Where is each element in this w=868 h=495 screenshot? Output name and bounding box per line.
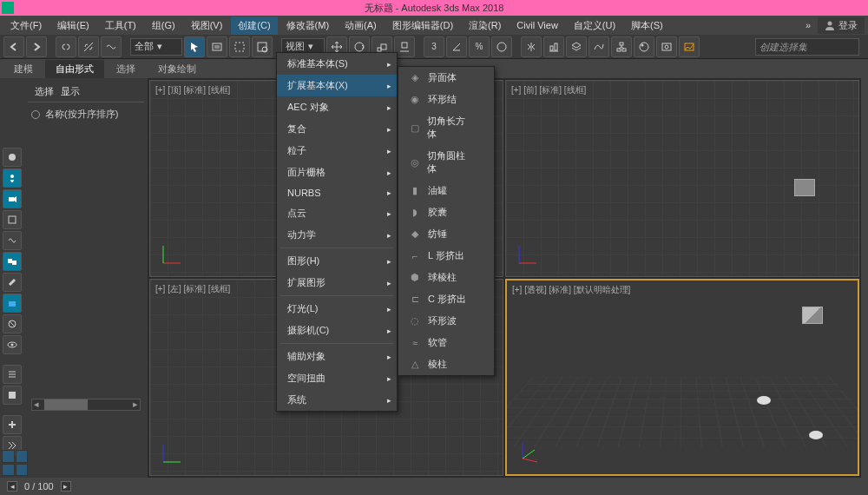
list2-button[interactable] bbox=[3, 386, 22, 405]
menu-edit[interactable]: 编辑(E) bbox=[50, 16, 96, 35]
menu-oiltank[interactable]: ▮油罐 bbox=[398, 180, 494, 201]
viewport-front-label[interactable]: [+] [前] [标准] [线框] bbox=[511, 84, 586, 96]
select-region-button[interactable] bbox=[229, 36, 250, 57]
scene-object[interactable] bbox=[794, 179, 815, 196]
menu-dynamics[interactable]: 动力学▸ bbox=[277, 224, 397, 246]
selection-filter-dropdown[interactable]: 全部▾ bbox=[130, 38, 182, 56]
scroll-left-icon[interactable]: ◂ bbox=[34, 399, 39, 410]
menu-l-ext[interactable]: ⌐L 形挤出 bbox=[398, 245, 494, 267]
light-filter-button[interactable] bbox=[3, 168, 22, 188]
menu-civilview[interactable]: Civil View bbox=[510, 17, 564, 33]
menu-patch-grids[interactable]: 面片栅格▸ bbox=[277, 162, 397, 183]
user-login[interactable]: 登录 bbox=[818, 17, 865, 34]
menu-create[interactable]: 创建(C) bbox=[231, 16, 277, 35]
spacewarp-filter-button[interactable] bbox=[3, 231, 22, 250]
redo-button[interactable] bbox=[26, 36, 47, 57]
angle-snap-button[interactable] bbox=[446, 36, 467, 57]
tab-modeling[interactable]: 建模 bbox=[3, 60, 43, 78]
menu-gengon[interactable]: ⬢球棱柱 bbox=[398, 267, 494, 288]
menu-pointcloud[interactable]: 点云▸ bbox=[277, 202, 397, 224]
container-filter-button[interactable] bbox=[3, 294, 22, 313]
selection-set-dropdown[interactable]: 创建选择集 bbox=[755, 38, 859, 56]
menu-lights[interactable]: 灯光(L)▸ bbox=[277, 298, 397, 320]
menu-group[interactable]: 组(G) bbox=[145, 16, 182, 35]
material-editor-button[interactable] bbox=[634, 36, 654, 57]
command-panel-collapsed[interactable] bbox=[861, 78, 868, 478]
curve-editor-button[interactable] bbox=[589, 36, 609, 57]
unlink-button[interactable] bbox=[78, 36, 99, 57]
menu-grapheditors[interactable]: 图形编辑器(D) bbox=[385, 16, 460, 35]
menu-hedra[interactable]: ◈异面体 bbox=[398, 67, 494, 89]
add-button[interactable] bbox=[3, 415, 22, 434]
scene-object[interactable] bbox=[802, 307, 823, 324]
select-object-button[interactable] bbox=[184, 36, 205, 57]
menu-file[interactable]: 文件(F) bbox=[3, 16, 49, 35]
group-filter-button[interactable] bbox=[3, 252, 22, 271]
menu-capsule[interactable]: ◗胶囊 bbox=[398, 201, 494, 223]
undo-button[interactable] bbox=[3, 36, 24, 57]
menu-hose[interactable]: ≈软管 bbox=[398, 332, 494, 353]
workspace-chevron-icon[interactable]: » bbox=[800, 20, 816, 30]
menu-animation[interactable]: 动画(A) bbox=[338, 16, 384, 35]
helper-filter-button[interactable] bbox=[3, 210, 22, 229]
render-button[interactable] bbox=[679, 36, 700, 57]
menu-ringwave[interactable]: ◌环形波 bbox=[398, 310, 494, 332]
camera-filter-button[interactable] bbox=[3, 189, 22, 208]
menu-helpers[interactable]: 辅助对象▸ bbox=[277, 346, 397, 367]
viewport-layout-button[interactable] bbox=[2, 450, 28, 476]
link-button[interactable] bbox=[56, 36, 76, 57]
snap-toggle-button[interactable]: 3 bbox=[424, 36, 444, 57]
window-crossing-button[interactable] bbox=[252, 36, 273, 57]
bind-spacewarp-button[interactable] bbox=[101, 36, 122, 57]
layer-button[interactable] bbox=[566, 36, 587, 57]
menu-prism[interactable]: △棱柱 bbox=[398, 353, 494, 375]
menu-aec-objects[interactable]: AEC 对象▸ bbox=[277, 96, 397, 118]
menu-ext-shapes[interactable]: 扩展图形▸ bbox=[277, 272, 397, 294]
tab-selection[interactable]: 选择 bbox=[106, 60, 146, 78]
menu-view[interactable]: 视图(V) bbox=[184, 16, 230, 35]
render-setup-button[interactable] bbox=[656, 36, 677, 57]
sort-header[interactable]: 名称(按升序排序) bbox=[28, 102, 144, 126]
menu-modifiers[interactable]: 修改器(M) bbox=[279, 16, 337, 35]
menu-compound[interactable]: 复合▸ bbox=[277, 118, 397, 140]
menu-standard-primitives[interactable]: 标准基本体(S)▸ bbox=[277, 53, 397, 75]
menu-chamfer-cyl[interactable]: ◎切角圆柱体 bbox=[398, 145, 494, 180]
menu-c-ext[interactable]: ⊏C 形挤出 bbox=[398, 288, 494, 310]
menu-shapes[interactable]: 图形(H)▸ bbox=[277, 250, 397, 272]
spinner-snap-button[interactable] bbox=[491, 36, 512, 57]
next-frame-button[interactable]: ▸ bbox=[61, 481, 71, 492]
panel-tab-select[interactable]: 选择 bbox=[35, 85, 54, 98]
prev-frame-button[interactable]: ◂ bbox=[7, 481, 17, 492]
hidden-filter-button[interactable] bbox=[3, 335, 22, 354]
menu-spacewarps[interactable]: 空间扭曲▸ bbox=[277, 367, 397, 389]
bone-filter-button[interactable] bbox=[3, 273, 22, 292]
menu-systems[interactable]: 系统▸ bbox=[277, 389, 397, 411]
horizontal-scrollbar[interactable]: ◂ ▸ bbox=[31, 399, 141, 411]
scrollbar-thumb[interactable] bbox=[44, 399, 88, 410]
menu-cameras[interactable]: 摄影机(C)▸ bbox=[277, 320, 397, 341]
list-button[interactable] bbox=[3, 365, 22, 384]
viewport-front[interactable]: [+] [前] [标准] [线框] bbox=[505, 80, 859, 277]
menu-nurbs[interactable]: NURBS▸ bbox=[277, 183, 397, 202]
sphere-filter-button[interactable] bbox=[3, 148, 22, 167]
menu-tools[interactable]: 工具(T) bbox=[98, 16, 143, 35]
align-button[interactable] bbox=[543, 36, 564, 57]
schematic-button[interactable] bbox=[611, 36, 632, 57]
viewport-left-label[interactable]: [+] [左] [标准] [线框] bbox=[155, 283, 230, 295]
tab-objectpaint[interactable]: 对象绘制 bbox=[148, 60, 207, 78]
frozen-filter-button[interactable] bbox=[3, 314, 22, 333]
menu-scripting[interactable]: 脚本(S) bbox=[624, 16, 670, 35]
menu-spindle[interactable]: ◆纺锤 bbox=[398, 223, 494, 245]
viewport-top-label[interactable]: [+] [顶] [标准] [线框] bbox=[155, 84, 230, 96]
panel-tab-display[interactable]: 显示 bbox=[61, 85, 80, 98]
mirror-button[interactable] bbox=[521, 36, 542, 57]
menu-particles[interactable]: 粒子▸ bbox=[277, 140, 397, 162]
viewport-perspective[interactable]: [+] [透视] [标准] [默认明暗处理] bbox=[505, 279, 859, 476]
tab-freeform[interactable]: 自由形式 bbox=[45, 60, 104, 78]
select-name-button[interactable] bbox=[207, 36, 227, 57]
scene-object[interactable] bbox=[757, 396, 771, 405]
menu-torus-knot[interactable]: ◉环形结 bbox=[398, 89, 494, 110]
menu-customize[interactable]: 自定义(U) bbox=[567, 16, 622, 35]
viewport-persp-label[interactable]: [+] [透视] [标准] [默认明暗处理] bbox=[512, 284, 630, 296]
menu-extended-primitives[interactable]: 扩展基本体(X)▸ bbox=[277, 75, 397, 96]
